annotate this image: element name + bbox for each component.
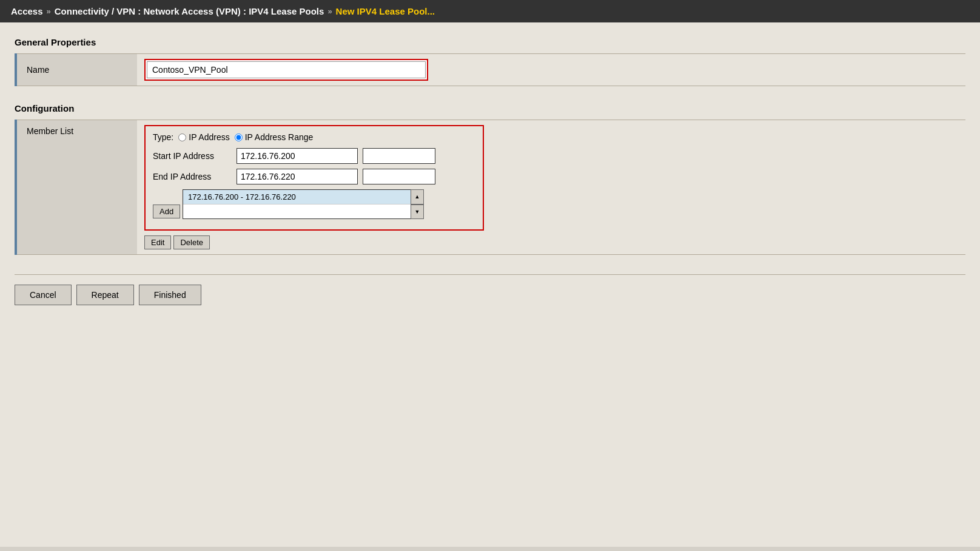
configuration-section: Configuration Member List Type:: [15, 103, 965, 255]
end-ip-label: End IP Address: [153, 172, 232, 181]
type-radio-ip-address[interactable]: [178, 134, 186, 141]
general-properties-table: Name: [15, 53, 965, 86]
main-content: General Properties Name Configuration: [0, 22, 980, 547]
edit-delete-row: Edit Delete: [144, 235, 958, 249]
finished-button[interactable]: Finished: [139, 285, 201, 305]
breadcrumb-bar: Access » Connectivity / VPN : Network Ac…: [0, 0, 980, 22]
config-highlight-box: Type: IP Address IP Address Range: [144, 125, 484, 231]
end-ip-input[interactable]: [237, 169, 358, 184]
configuration-title: Configuration: [15, 103, 965, 113]
general-properties-section: General Properties Name: [15, 37, 965, 86]
configuration-table: Member List Type: IP Address: [15, 120, 965, 255]
start-ip-input[interactable]: [237, 148, 358, 164]
name-row: Name: [16, 54, 965, 86]
type-radio-ip-address-range[interactable]: [235, 134, 243, 141]
type-option-2-label[interactable]: IP Address Range: [235, 132, 314, 142]
delete-button[interactable]: Delete: [173, 235, 210, 249]
scroll-down-button[interactable]: ▼: [411, 205, 424, 220]
name-value-cell: [137, 54, 965, 86]
breadcrumb-current: New IPV4 Lease Pool...: [336, 6, 435, 16]
member-list-label: Member List: [16, 120, 137, 255]
chevron-icon-1: »: [47, 7, 51, 16]
cancel-button[interactable]: Cancel: [15, 285, 72, 305]
member-list-scroll-area: 172.16.76.200 - 172.16.76.220: [183, 189, 424, 219]
start-ip-row: Start IP Address: [153, 148, 475, 164]
add-button[interactable]: Add: [153, 205, 180, 218]
scroll-controls: ▲ ▼: [411, 189, 424, 219]
member-list-item-2[interactable]: [183, 205, 423, 218]
chevron-icon-2: »: [327, 7, 332, 16]
start-ip-extra-input[interactable]: [363, 148, 435, 164]
start-ip-label: Start IP Address: [153, 151, 232, 161]
name-input[interactable]: [147, 61, 426, 78]
type-option-1-text: IP Address: [189, 132, 229, 142]
member-list-wrapper: 172.16.76.200 - 172.16.76.220 ▲ ▼: [183, 189, 424, 219]
action-buttons-row: Cancel Repeat Finished: [15, 274, 965, 310]
repeat-button[interactable]: Repeat: [76, 285, 134, 305]
configuration-row: Member List Type: IP Address: [16, 120, 965, 255]
type-option-2-text: IP Address Range: [245, 132, 314, 142]
name-input-highlight-border: [144, 59, 428, 81]
general-properties-title: General Properties: [15, 37, 965, 47]
end-ip-extra-input[interactable]: [363, 169, 435, 184]
breadcrumb-access: Access: [11, 6, 43, 16]
type-row: Type: IP Address IP Address Range: [153, 132, 475, 142]
name-label: Name: [16, 54, 137, 86]
edit-button[interactable]: Edit: [144, 235, 171, 249]
type-option-1-label[interactable]: IP Address: [178, 132, 229, 142]
member-list-item-1[interactable]: 172.16.76.200 - 172.16.76.220: [183, 190, 423, 205]
breadcrumb-middle: Connectivity / VPN : Network Access (VPN…: [55, 6, 324, 16]
scroll-up-button[interactable]: ▲: [411, 189, 424, 205]
configuration-value-cell: Type: IP Address IP Address Range: [137, 120, 965, 255]
type-label: Type:: [153, 132, 173, 142]
end-ip-row: End IP Address: [153, 169, 475, 184]
